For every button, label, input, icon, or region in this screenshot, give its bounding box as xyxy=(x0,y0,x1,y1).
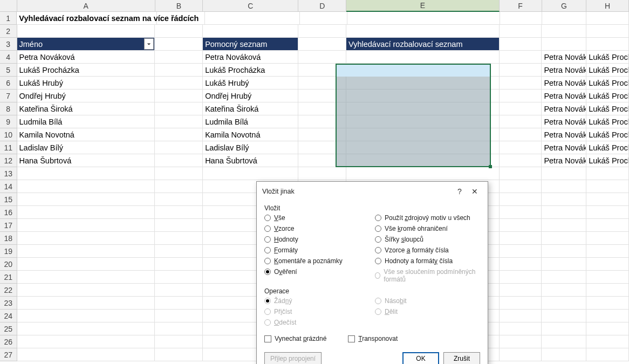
cell[interactable] xyxy=(500,335,542,348)
cell[interactable] xyxy=(17,245,155,258)
cell[interactable]: Lukáš Proch xyxy=(586,154,629,167)
radio-paste-komentare[interactable]: Komentáře a poznámky xyxy=(264,257,370,265)
cell[interactable] xyxy=(500,102,542,115)
cell[interactable] xyxy=(155,167,203,180)
cell[interactable]: Petra Novák xyxy=(542,64,586,77)
row-header[interactable]: 7 xyxy=(0,90,17,102)
cell[interactable] xyxy=(542,284,586,297)
ok-button[interactable]: OK xyxy=(402,352,439,364)
paste-link-button[interactable]: Přilep propojení xyxy=(264,352,322,364)
cell[interactable] xyxy=(346,77,499,90)
cell[interactable] xyxy=(500,90,542,102)
cell[interactable] xyxy=(542,180,586,193)
cell[interactable]: Lukáš Procházka xyxy=(17,64,155,77)
cell[interactable] xyxy=(586,284,629,297)
cell[interactable] xyxy=(155,38,203,51)
cell[interactable] xyxy=(17,206,155,219)
cell[interactable] xyxy=(155,232,203,245)
radio-paste-krome[interactable]: Vše kromě ohraničení xyxy=(375,225,480,232)
row-header[interactable]: 15 xyxy=(0,193,17,206)
cell[interactable] xyxy=(155,271,203,284)
cell[interactable] xyxy=(500,348,542,361)
cell[interactable]: Ludmila Bílá xyxy=(203,115,298,128)
cell[interactable]: Petra Novák xyxy=(542,154,586,167)
cell[interactable] xyxy=(542,271,586,284)
cell[interactable] xyxy=(500,25,542,38)
cell[interactable]: Lukáš Proch xyxy=(586,115,629,128)
cell[interactable] xyxy=(17,25,155,38)
cell[interactable] xyxy=(586,206,629,219)
row-header[interactable]: 18 xyxy=(0,232,17,245)
radio-paste-vzfmt[interactable]: Vzorce a formáty čísla xyxy=(375,246,480,254)
cell[interactable] xyxy=(155,245,203,258)
cell[interactable] xyxy=(155,258,203,271)
cell[interactable] xyxy=(542,12,586,25)
col-header-A[interactable]: A xyxy=(17,0,155,12)
close-icon[interactable]: ✕ xyxy=(467,186,482,197)
cell[interactable] xyxy=(346,128,499,141)
cell[interactable] xyxy=(346,154,499,167)
cell[interactable] xyxy=(586,322,629,335)
cell[interactable]: Kateřina Široká xyxy=(203,102,298,115)
cell[interactable] xyxy=(17,322,155,335)
radio-paste-hdfmt[interactable]: Hodnoty a formáty čísla xyxy=(375,257,480,265)
row-header[interactable]: 10 xyxy=(0,128,17,141)
cell[interactable]: Ladislav Bílý xyxy=(203,141,298,154)
cell[interactable]: Lukáš Hrubý xyxy=(203,77,298,90)
dialog-titlebar[interactable]: Vložit jinak ? ✕ xyxy=(257,182,488,201)
radio-paste-motiv[interactable]: Použít zdrojový motiv u všech xyxy=(375,214,480,222)
cell[interactable] xyxy=(300,12,347,25)
cell[interactable] xyxy=(586,245,629,258)
cell[interactable] xyxy=(155,51,203,64)
cell[interactable]: Petra Novák xyxy=(542,141,586,154)
cell[interactable]: Petra Novák xyxy=(542,102,586,115)
cell[interactable] xyxy=(542,297,586,310)
cell[interactable] xyxy=(542,245,586,258)
cell[interactable] xyxy=(346,115,499,128)
cell[interactable] xyxy=(346,141,499,154)
cell[interactable] xyxy=(17,193,155,206)
cell[interactable] xyxy=(155,141,203,154)
cell[interactable]: Kamila Novotná xyxy=(17,128,155,141)
cell[interactable]: Jméno xyxy=(17,38,155,51)
cell[interactable] xyxy=(500,167,542,180)
cell[interactable] xyxy=(500,77,542,90)
cell[interactable]: Lukáš Proch xyxy=(586,77,629,90)
cell[interactable] xyxy=(500,284,542,297)
cell[interactable] xyxy=(500,38,542,51)
cell[interactable] xyxy=(155,77,203,90)
cell[interactable] xyxy=(500,193,542,206)
cell[interactable] xyxy=(155,297,203,310)
cell[interactable] xyxy=(586,335,629,348)
checkbox-skip-blanks[interactable]: Vynechat prázdné xyxy=(264,335,326,342)
cell[interactable] xyxy=(586,258,629,271)
radio-paste-formaty[interactable]: Formáty xyxy=(264,246,370,254)
cell[interactable] xyxy=(586,271,629,284)
cell[interactable]: Ondřej Hrubý xyxy=(203,90,298,102)
cell[interactable]: Vyhledávací rozbalovací seznam xyxy=(346,38,499,51)
cell[interactable] xyxy=(586,297,629,310)
cell[interactable] xyxy=(586,193,629,206)
cell[interactable] xyxy=(346,167,499,180)
cell[interactable] xyxy=(346,90,499,102)
cell[interactable] xyxy=(17,297,155,310)
cell[interactable] xyxy=(17,310,155,322)
cell[interactable]: Lukáš Hrubý xyxy=(17,77,155,90)
row-header[interactable]: 11 xyxy=(0,141,17,154)
cell[interactable] xyxy=(542,335,586,348)
cell[interactable] xyxy=(542,25,586,38)
col-header-D[interactable]: D xyxy=(298,0,346,12)
cell[interactable] xyxy=(157,12,204,25)
cell[interactable] xyxy=(542,232,586,245)
cell[interactable] xyxy=(346,25,499,38)
cell[interactable] xyxy=(346,102,499,115)
cell[interactable] xyxy=(155,180,203,193)
radio-paste-vzorce[interactable]: Vzorce xyxy=(264,225,370,232)
cell[interactable]: Lukáš Proch xyxy=(586,51,629,64)
cell[interactable] xyxy=(203,25,298,38)
row-header[interactable]: 19 xyxy=(0,245,17,258)
cell[interactable] xyxy=(155,310,203,322)
cell[interactable]: Hana Šubrtová xyxy=(17,154,155,167)
cell[interactable] xyxy=(500,115,542,128)
col-header-H[interactable]: H xyxy=(586,0,629,12)
